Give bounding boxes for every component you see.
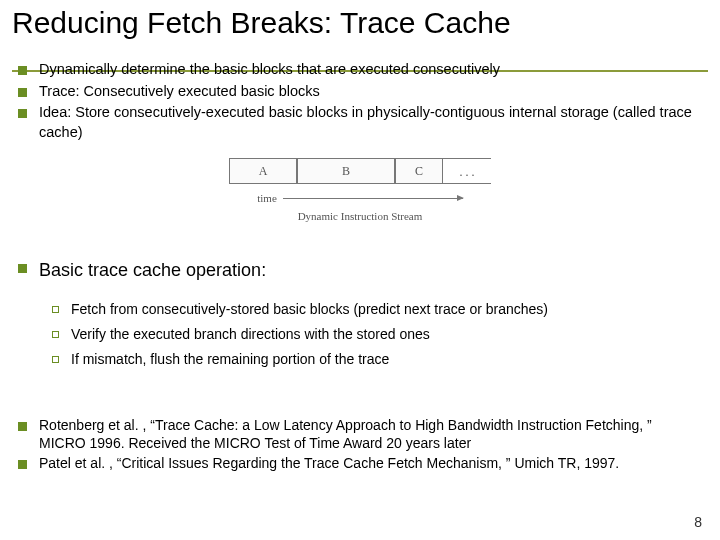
sub-bullet-text: If mismatch, flush the remaining portion… bbox=[71, 350, 389, 369]
diagram-block: C bbox=[395, 158, 443, 184]
sub-bullet-text: Verify the executed branch directions wi… bbox=[71, 325, 430, 344]
top-bullets-group: Dynamically determine the basic blocks t… bbox=[0, 58, 720, 142]
sub-bullet-item: Verify the executed branch directions wi… bbox=[18, 325, 702, 344]
page-number: 8 bbox=[694, 514, 702, 530]
diagram-arrow: time bbox=[257, 192, 463, 204]
bullet-icon bbox=[18, 109, 27, 118]
sub-bullet-item: If mismatch, flush the remaining portion… bbox=[18, 350, 702, 369]
trace-diagram: A B C . . . time Dynamic Instruction Str… bbox=[0, 158, 720, 222]
bullet-text: Trace: Consecutively executed basic bloc… bbox=[39, 82, 320, 102]
sub-bullet-icon bbox=[52, 306, 59, 313]
reference-item: Patel et al. , “Critical Issues Regardin… bbox=[18, 454, 702, 472]
bullet-text: Idea: Store consecutively-executed basic… bbox=[39, 103, 702, 142]
mid-heading-group: Basic trace cache operation: bbox=[0, 256, 720, 282]
bullet-icon bbox=[18, 264, 27, 273]
diagram-blocks-row: A B C . . . bbox=[229, 158, 491, 184]
bullet-item: Idea: Store consecutively-executed basic… bbox=[18, 103, 702, 142]
bullet-text: Dynamically determine the basic blocks t… bbox=[39, 60, 500, 80]
sub-bullets-group: Fetch from consecutively-stored basic bl… bbox=[0, 298, 720, 369]
bullet-icon bbox=[18, 422, 27, 431]
reference-text: Patel et al. , “Critical Issues Regardin… bbox=[39, 454, 619, 472]
heading-item: Basic trace cache operation: bbox=[18, 258, 702, 282]
sub-bullet-icon bbox=[52, 356, 59, 363]
references-group: Rotenberg et al. , “Trace Cache: a Low L… bbox=[0, 414, 720, 473]
bullet-icon bbox=[18, 460, 27, 469]
diagram-block: A bbox=[229, 158, 297, 184]
bullet-icon bbox=[18, 66, 27, 75]
bullet-item: Trace: Consecutively executed basic bloc… bbox=[18, 82, 702, 102]
slide-title: Reducing Fetch Breaks: Trace Cache bbox=[0, 0, 720, 41]
sub-bullet-item: Fetch from consecutively-stored basic bl… bbox=[18, 300, 702, 319]
arrow-label: time bbox=[257, 192, 277, 204]
heading-text: Basic trace cache operation: bbox=[39, 258, 266, 282]
sub-bullet-text: Fetch from consecutively-stored basic bl… bbox=[71, 300, 548, 319]
diagram-ellipsis: . . . bbox=[443, 158, 491, 184]
reference-item: Rotenberg et al. , “Trace Cache: a Low L… bbox=[18, 416, 702, 452]
reference-text: Rotenberg et al. , “Trace Cache: a Low L… bbox=[39, 416, 702, 452]
bullet-icon bbox=[18, 88, 27, 97]
bullet-item: Dynamically determine the basic blocks t… bbox=[18, 60, 702, 80]
arrow-icon bbox=[283, 198, 463, 199]
sub-bullet-icon bbox=[52, 331, 59, 338]
diagram-caption: Dynamic Instruction Stream bbox=[298, 210, 423, 222]
diagram-block: B bbox=[297, 158, 395, 184]
